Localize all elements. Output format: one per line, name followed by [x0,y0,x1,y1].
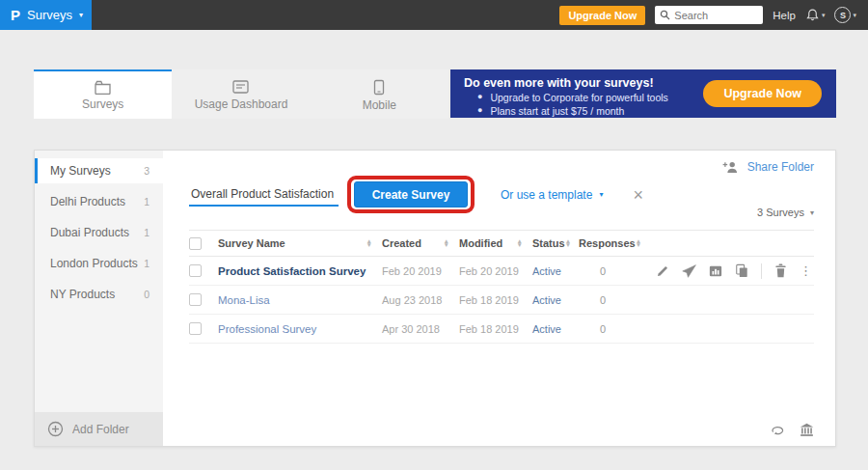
status-badge: Active [532,323,579,335]
delete-icon[interactable] [774,263,787,278]
folder-label: NY Products [50,288,115,301]
chevron-down-icon: ▾ [79,11,83,19]
survey-name-link[interactable]: Product Satisfaction Survey [218,265,382,277]
chevron-down-icon: ▾ [822,12,826,19]
column-survey-name: Survey Name [218,237,285,249]
bullet-icon: ● [477,105,482,117]
survey-name-link[interactable]: Professional Survey [218,323,382,335]
folder-label: My Surveys [50,164,111,178]
use-template-label: Or use a template [501,188,592,202]
footer-tools [770,423,814,437]
notifications-menu[interactable]: ▾ [805,8,826,22]
folder-count: 1 [144,196,149,207]
surveys-count-dropdown[interactable]: 3 Surveys ▾ [757,207,814,218]
folder-label: London Products [50,257,138,270]
search-icon [660,10,670,20]
surveys-table: Survey Name▲▼ Created▲▼ Modified▲▼ Statu… [189,230,814,344]
responses-count: 0 [579,323,638,335]
table-header-row: Survey Name▲▼ Created▲▼ Modified▲▼ Statu… [189,230,814,257]
analytics-icon[interactable] [709,264,722,278]
folder-count: 1 [144,227,149,238]
close-icon[interactable]: × [633,186,643,204]
folder-icon [94,79,112,95]
surveys-card: My Surveys 3 Delhi Products 1 Dubai Prod… [34,150,836,447]
send-icon[interactable] [682,264,696,278]
topbar: P Surveys ▾ Upgrade Now Help ▾ S ▾ [0,0,868,30]
select-all-checkbox[interactable] [189,237,202,250]
row-checkbox[interactable] [189,322,202,335]
highlight-annotation: Create Survey [347,176,475,213]
folder-count: 0 [144,289,149,300]
table-row: Product Satisfaction Survey Feb 20 2019 … [189,257,814,286]
sort-icon[interactable]: ▲▼ [366,239,372,248]
created-date: Feb 20 2019 [382,265,459,277]
edit-icon[interactable] [656,264,669,278]
column-responses: Responses [579,237,636,249]
add-folder-label: Add Folder [72,423,129,436]
use-template-dropdown[interactable]: Or use a template ▾ [501,188,603,202]
topbar-right: Upgrade Now Help ▾ S ▾ [559,6,868,25]
chevron-down-icon: ▾ [853,12,856,19]
folder-count: 3 [144,165,149,177]
dashboard-icon [231,79,250,95]
chevron-down-icon: ▾ [599,190,603,199]
row-checkbox[interactable] [189,264,202,277]
new-survey-name-input[interactable] [189,183,339,207]
table-row: Mona-Lisa Aug 23 2018 Feb 18 2019 Active… [189,286,814,315]
created-date: Apr 30 2018 [382,323,459,335]
archive-icon[interactable] [800,423,814,437]
status-badge: Active [532,265,579,277]
surveys-content: Share Folder Create Survey Or use a temp… [163,151,835,446]
folders-sidebar: My Surveys 3 Delhi Products 1 Dubai Prod… [35,151,163,446]
modified-date: Feb 18 2019 [459,294,532,306]
modified-date: Feb 20 2019 [459,265,532,277]
folder-item-london-products[interactable]: London Products 1 [35,251,163,276]
account-menu[interactable]: S ▾ [834,7,856,23]
copy-icon[interactable] [735,263,748,278]
surveys-count-label: 3 Surveys [757,207,804,218]
avatar: S [834,7,851,23]
share-folder-label: Share Folder [747,160,814,174]
responses-count: 0 [579,265,638,277]
promo-bullet-text: Upgrade to Corporate for powerful tools [490,92,667,103]
folder-item-my-surveys[interactable]: My Surveys 3 [35,158,163,183]
create-survey-row: Create Survey Or use a template ▾ × [189,176,643,213]
promo-banner: Do even more with your surveys! ●Upgrade… [450,69,836,118]
mobile-icon [373,79,385,96]
folder-count: 1 [144,258,149,269]
tab-label: Usage Dashboard [195,97,288,111]
upgrade-now-button[interactable]: Upgrade Now [559,6,645,25]
status-badge: Active [532,294,579,306]
folder-item-ny-products[interactable]: NY Products 0 [35,282,163,307]
modified-date: Feb 18 2019 [459,323,532,335]
product-menu[interactable]: P Surveys ▾ [0,0,92,30]
tab-usage-dashboard[interactable]: Usage Dashboard [172,69,310,119]
bullet-icon: ● [477,92,482,103]
divider [761,263,762,279]
sort-icon[interactable]: ▲▼ [517,239,523,248]
sort-icon[interactable]: ▲▼ [636,239,641,248]
folder-item-dubai-products[interactable]: Dubai Products 1 [35,220,163,245]
sort-icon[interactable]: ▲▼ [444,239,449,248]
tab-label: Surveys [82,97,123,111]
questionpro-logo-icon: P [11,7,20,23]
banner-upgrade-button[interactable]: Upgrade Now [703,80,822,107]
tab-surveys[interactable]: Surveys [34,69,172,119]
responses-count: 0 [579,294,638,306]
sort-icon[interactable]: ▲▼ [565,239,571,248]
table-row: Professional Survey Apr 30 2018 Feb 18 2… [189,315,814,344]
tab-label: Mobile [363,98,396,112]
search-box[interactable] [655,6,763,24]
help-link[interactable]: Help [773,10,796,21]
create-survey-button[interactable]: Create Survey [354,181,468,207]
survey-name-link[interactable]: Mona-Lisa [218,294,382,306]
more-options-icon[interactable]: ⋮ [800,263,812,278]
add-folder-button[interactable]: Add Folder [35,412,163,446]
restore-icon[interactable] [770,424,785,436]
tab-mobile[interactable]: Mobile [311,69,448,119]
share-folder-button[interactable]: Share Folder [722,160,814,174]
search-input[interactable] [674,10,756,21]
row-checkbox[interactable] [189,293,202,306]
folder-item-delhi-products[interactable]: Delhi Products 1 [35,189,163,214]
row-actions: ⋮ [638,263,814,279]
